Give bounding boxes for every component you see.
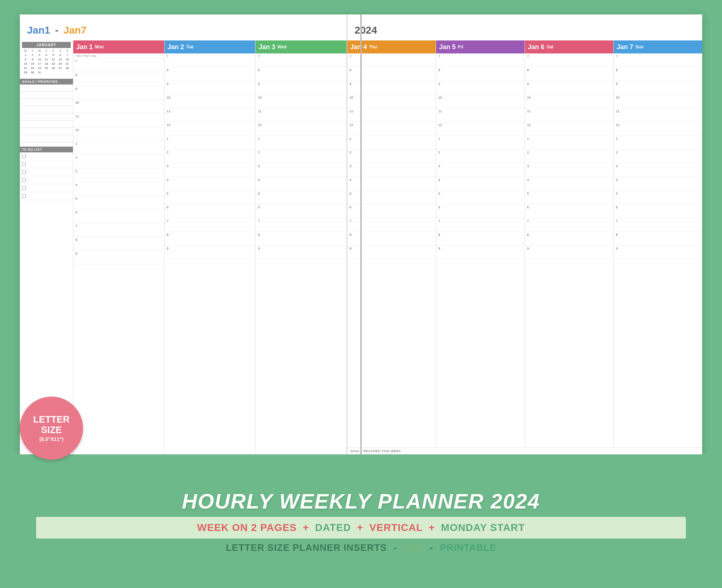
checkbox[interactable] [22,186,26,190]
day-header: Jan 1 Mon [73,40,164,53]
hour-label: 8 [167,233,172,237]
checkbox[interactable] [22,194,26,198]
hour-row: 7 [73,223,164,237]
left-content: JANUARY MTW TFS S 1234567891011121314151… [20,40,347,454]
hour-row: 3 [73,168,164,182]
hour-row: 9 [73,86,164,100]
hour-row: 9 [436,81,525,95]
hour-label: 9 [349,247,355,250]
hour-row: 11 [525,108,613,122]
hour-label: 4 [527,178,532,182]
hour-label: 6 [167,206,172,209]
hour-label: 8 [438,68,443,72]
hour-row: 11 [256,108,347,122]
day-col-tue: Jan 2 Tue789101112123456789 [165,40,256,454]
day-num: Jan 1 [76,43,93,51]
hour-row: 7 [436,53,525,67]
hour-label: 4 [258,178,263,182]
hour-label: 7 [349,55,355,58]
hour-label: 8 [616,68,621,72]
hour-label: 11 [438,109,443,113]
hour-row: 9 [256,81,347,95]
hour-label: 5 [167,192,172,195]
hour-label: 7 [349,219,355,223]
hour-row: 8 [165,67,256,81]
right-page: 2024 Jan 4 Thu789101112123456789Jan 5 Fr… [347,14,702,454]
hour-label: 1 [167,137,172,140]
sidebar: JANUARY MTW TFS S 1234567891011121314151… [20,40,73,454]
hour-label: 9 [258,247,263,250]
hour-label: 12 [167,123,172,127]
hour-label: 8 [527,233,532,237]
hour-row: 12 [256,122,347,136]
hour-label: 1 [616,137,621,140]
hour-label: 10 [258,96,263,99]
hour-row: 8 [73,72,164,86]
checkbox[interactable] [22,178,26,182]
hour-label: 12 [438,123,443,127]
hour-label: 1 [527,137,532,140]
hour-row: 1 [73,141,164,155]
day-name: Wed [278,44,287,49]
hour-rows: 789101112123456789 [165,53,256,454]
hour-label: 2 [527,151,532,154]
hour-label: 10 [167,96,172,99]
hour-label: 10 [616,96,621,99]
hour-label: 4 [75,183,81,187]
hour-label: 9 [258,82,263,86]
hour-label: 2 [349,151,355,154]
hour-row: 8 [525,67,613,81]
hour-label: 3 [616,164,621,168]
hour-row: 8 [614,67,702,81]
hour-label: 8 [616,233,621,237]
hour-label: 8 [75,73,81,77]
day-header: Jan 5 Fri [436,40,525,53]
left-page: Jan1 - Jan7 JANUARY MTW TFS S 1234567891… [20,14,347,454]
hour-label: 12 [258,123,263,127]
hour-label: 9 [616,82,621,86]
hour-label: 2 [438,151,443,154]
letter-badge: LETTER SIZE (8.5"X11") [20,397,83,460]
hour-label: 7 [258,55,263,58]
hour-label: 6 [349,206,355,209]
hour-row: 8 [256,67,347,81]
hour-label: 5 [616,192,621,195]
hour-row: 2 [256,150,347,163]
hour-label: 7 [258,219,263,223]
goals-header: GOALS / PRIORITIES [20,79,73,85]
hour-row: 9 [614,246,702,259]
mini-calendar: JANUARY MTW TFS S 1234567891011121314151… [20,40,73,76]
checkbox[interactable] [22,170,26,174]
hour-label: 6 [616,206,621,209]
hour-row: 12 [614,122,702,136]
hour-label: 3 [167,164,172,168]
main-title: HOURLY WEEKLY PLANNER 2024 [182,489,540,513]
hour-row: 3 [614,163,702,177]
hour-label: 1 [349,137,355,140]
hour-row: 9 [256,246,347,259]
hour-row: 7 [614,53,702,67]
checkbox[interactable] [22,155,26,158]
checkbox[interactable] [22,163,26,166]
hour-label: 6 [438,206,443,209]
hour-row: 4 [73,182,164,196]
hour-label: 11 [527,109,532,113]
hour-rows: 789101112123456789 [614,53,702,448]
hour-label: 7 [75,224,81,228]
hour-row: 9 [614,81,702,95]
hour-row: 2 [525,150,613,163]
hour-label: 2 [75,156,81,159]
hour-row: 6 [256,204,347,218]
hour-row: 8 [436,67,525,81]
hour-rows: 789101112123456789 [436,53,525,448]
year-title: 2024 [355,25,695,36]
hour-rows: 789101112123456789 [256,53,347,454]
hour-label: 12 [527,123,532,127]
hour-row: 5 [73,196,164,209]
hour-row: 5 [165,191,256,204]
hour-label: 4 [438,178,443,182]
hour-label: 9 [527,82,532,86]
hour-row: 8 [256,232,347,246]
hour-row: 9 [436,246,525,259]
hour-row: 8 [73,237,164,251]
